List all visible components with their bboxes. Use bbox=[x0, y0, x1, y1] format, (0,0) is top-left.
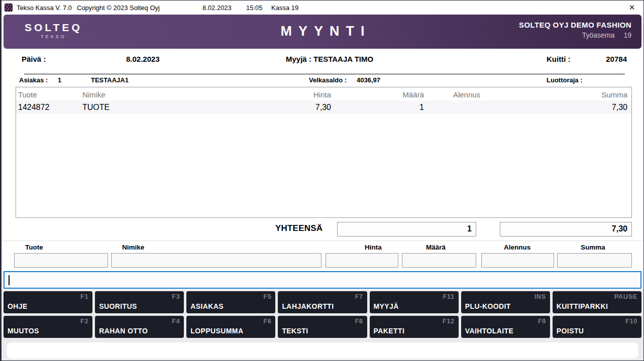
maara-input[interactable] bbox=[402, 253, 476, 268]
lahjakortti-button[interactable]: F7 LAHJAKORTTI bbox=[278, 291, 367, 313]
alennus-input[interactable] bbox=[481, 253, 554, 268]
teksti-button[interactable]: F8 TEKSTI bbox=[278, 316, 367, 338]
cell-tuote: 1424872 bbox=[18, 103, 82, 112]
entry-label-alennus: Alennus bbox=[504, 244, 530, 251]
fkey-label: PAKETTI bbox=[374, 327, 455, 335]
table-header-row: Tuote Nimike Hinta Määrä Alennus Summa bbox=[16, 87, 631, 100]
fkey-label: LOPPUSUMMA bbox=[190, 327, 271, 335]
command-input[interactable] bbox=[4, 271, 641, 289]
fkey-label: PLU-KOODIT bbox=[465, 302, 546, 310]
nimike-input[interactable] bbox=[111, 253, 321, 268]
poistu-button[interactable]: F10 POISTU bbox=[553, 316, 641, 338]
close-icon[interactable]: ✕ bbox=[624, 1, 639, 15]
store-block: SOLTEQ OYJ DEMO FASHION Työasema19 bbox=[519, 21, 631, 39]
store-name: SOLTEQ OYJ DEMO FASHION bbox=[519, 21, 631, 29]
titlebar-time: 15:05 bbox=[246, 4, 263, 12]
customer-label: Asiakas : bbox=[19, 76, 48, 84]
fkey-shortcut: F9 bbox=[538, 317, 546, 325]
text-cursor bbox=[9, 275, 10, 285]
column-header-alennus: Alennus bbox=[424, 90, 509, 99]
total-sum-box: 7,30 bbox=[500, 222, 632, 236]
fkey-label: MYYJÄ bbox=[374, 302, 455, 310]
total-quantity-box: 1 bbox=[337, 222, 476, 236]
fkey-label: LAHJAKORTTI bbox=[282, 302, 363, 310]
fkey-label: ASIAKAS bbox=[190, 302, 271, 310]
fkey-label: RAHAN OTTO bbox=[99, 327, 180, 335]
loppusumma-button[interactable]: F6 LOPPUSUMMA bbox=[186, 316, 275, 338]
fkey-shortcut: F1 bbox=[80, 293, 88, 300]
copyright-text: Copyright © 2023 Solteq Oyj bbox=[77, 4, 160, 12]
status-bar bbox=[7, 342, 638, 358]
debt-value: 4036,97 bbox=[357, 76, 380, 84]
entry-label-tuote: Tuote bbox=[25, 244, 43, 251]
app-window: Tekso Kassa V. 7.0 Copyright © 2023 Solt… bbox=[0, 0, 644, 361]
paketti-button[interactable]: F12 PAKETTI bbox=[370, 316, 459, 338]
fkey-shortcut: F5 bbox=[263, 293, 271, 300]
titlebar-register: Kassa 19 bbox=[271, 4, 298, 12]
table-row[interactable]: 1424872 TUOTE 7,30 1 7,30 bbox=[16, 100, 631, 114]
summa-input[interactable] bbox=[557, 253, 632, 268]
cell-hinta: 7,30 bbox=[251, 103, 331, 112]
muutos-button[interactable]: F2 MUUTOS bbox=[4, 316, 92, 338]
fkey-label: OHJE bbox=[8, 302, 88, 310]
window-title: Tekso Kassa V. 7.0 bbox=[17, 4, 72, 12]
customer-info-row: Asiakas : 1 TESTAAJA1 Velkasaldo : 4036,… bbox=[2, 76, 643, 86]
entry-label-maara: Määrä bbox=[426, 244, 446, 251]
totals-label: YHTEENSÄ bbox=[275, 223, 323, 233]
app-header: SOLTEQ TEKSO MYYNTI SOLTEQ OYJ DEMO FASH… bbox=[4, 15, 641, 49]
tuote-input[interactable] bbox=[14, 253, 108, 268]
section-separator bbox=[2, 240, 643, 241]
fkey-shortcut: F12 bbox=[443, 317, 455, 325]
entry-label-hinta: Hinta bbox=[365, 244, 382, 251]
customer-number: 1 bbox=[58, 76, 61, 84]
column-header-summa: Summa bbox=[509, 90, 627, 99]
fkey-label: POISTU bbox=[557, 327, 637, 335]
fkey-label: VAIHTOLAITE bbox=[465, 327, 546, 335]
fkey-shortcut: F11 bbox=[443, 293, 455, 300]
suoritus-button[interactable]: F3 SUORITUS bbox=[95, 291, 184, 313]
fkey-shortcut: INS bbox=[534, 293, 546, 300]
fkey-shortcut: F4 bbox=[172, 317, 180, 325]
fkey-shortcut: F3 bbox=[172, 293, 180, 300]
titlebar-date: 8.02.2023 bbox=[202, 4, 232, 12]
ohje-button[interactable]: F1 OHJE bbox=[4, 291, 92, 313]
receipt-number: 20784 bbox=[579, 55, 627, 63]
fkey-shortcut: F7 bbox=[355, 293, 363, 300]
sale-lines-table: Tuote Nimike Hinta Määrä Alennus Summa 1… bbox=[16, 87, 632, 218]
fkey-shortcut: F8 bbox=[355, 317, 363, 325]
column-header-maara: Määrä bbox=[331, 90, 424, 99]
titlebar: Tekso Kassa V. 7.0 Copyright © 2023 Solt… bbox=[2, 1, 643, 15]
fkey-shortcut: PAUSE bbox=[614, 293, 637, 300]
seller-info: Myyjä : TESTAAJA TIMO bbox=[286, 55, 373, 63]
myyja-button[interactable]: F11 MYYJÄ bbox=[370, 291, 459, 313]
fkey-label: TEKSTI bbox=[282, 327, 363, 335]
kuittiparkki-button[interactable]: PAUSE KUITTIPARKKI bbox=[553, 291, 641, 313]
workstation-label: Työasema bbox=[582, 31, 615, 39]
credit-limit-label: Luottoraja : bbox=[547, 76, 583, 84]
fkey-shortcut: F10 bbox=[625, 317, 637, 325]
receipt-info-row: Päivä : 8.02.2023 Myyjä : TESTAAJA TIMO … bbox=[2, 55, 643, 68]
date-value: 8.02.2023 bbox=[126, 55, 160, 63]
function-key-area: F1 OHJE F3 SUORITUS F5 ASIAKAS F7 LAHJAK… bbox=[2, 289, 643, 360]
workstation-number: 19 bbox=[623, 31, 631, 39]
hinta-input[interactable] bbox=[326, 253, 398, 268]
cell-maara: 1 bbox=[331, 103, 424, 112]
date-label: Päivä : bbox=[22, 55, 46, 63]
column-header-nimike: Nimike bbox=[82, 90, 251, 99]
rahan-otto-button[interactable]: F4 RAHAN OTTO bbox=[95, 316, 184, 338]
seller-value: TESTAAJA TIMO bbox=[313, 55, 373, 63]
fkey-shortcut: F6 bbox=[263, 317, 271, 325]
fkey-label: MUUTOS bbox=[8, 327, 88, 335]
debt-label: Velkasaldo : bbox=[309, 76, 347, 84]
column-header-hinta: Hinta bbox=[251, 90, 331, 99]
entry-label-nimike: Nimike bbox=[122, 244, 144, 251]
fkey-label: SUORITUS bbox=[99, 302, 180, 310]
cell-nimike: TUOTE bbox=[82, 103, 251, 112]
vaihtolaite-button[interactable]: F9 VAIHTOLAITE bbox=[461, 316, 550, 338]
fkey-label: KUITTIPARKKI bbox=[557, 302, 637, 310]
entry-label-summa: Summa bbox=[581, 244, 605, 251]
fkey-shortcut: F2 bbox=[80, 317, 88, 325]
plu-koodit-button[interactable]: INS PLU-KOODIT bbox=[461, 291, 550, 313]
asiakas-button[interactable]: F5 ASIAKAS bbox=[186, 291, 275, 313]
divider-line bbox=[24, 74, 625, 74]
